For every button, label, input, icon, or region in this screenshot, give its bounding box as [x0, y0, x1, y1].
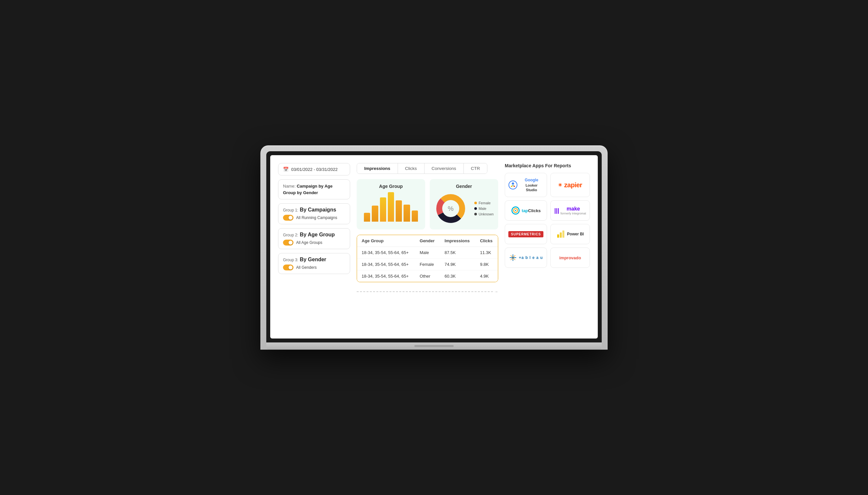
svg-rect-13: [563, 231, 564, 238]
group2-toggle[interactable]: [283, 240, 294, 245]
legend-male-dot: [474, 207, 477, 210]
tab-clicks[interactable]: Clicks: [398, 164, 424, 173]
tableau-text: +a b l e a u: [519, 255, 543, 260]
legend-unknown-dot: [474, 213, 477, 216]
group3-header: Group 3: By Gender: [283, 257, 345, 262]
improvado-logo: improvado: [559, 255, 581, 260]
group3-value: By Gender: [300, 257, 326, 262]
group2-toggle-label: All Age Groups: [296, 240, 322, 245]
bar-4: [388, 192, 394, 222]
group2-toggle-row[interactable]: All Age Groups: [283, 240, 345, 245]
google-looker-icon: [508, 181, 518, 190]
name-box: Name: Campaign by Age Group by Gender: [278, 180, 350, 199]
donut-legend: Female Male Unknown: [474, 201, 494, 216]
app-make[interactable]: ||| make formerly Integromat: [550, 200, 590, 221]
svg-point-10: [515, 210, 516, 211]
tab-ctr[interactable]: CTR: [464, 164, 487, 173]
cell-gender: Female: [415, 259, 440, 270]
donut-wrapper: %: [434, 192, 467, 225]
dashed-line: [357, 291, 493, 292]
svg-rect-11: [557, 234, 559, 238]
right-panel: Marketplace Apps For Reports: [505, 163, 590, 331]
legend-unknown-label: Unknown: [479, 212, 494, 216]
trackpad-notch: [414, 345, 454, 347]
cell-clicks: 11.3K: [475, 247, 498, 259]
powerbi-logo: Power BI: [556, 230, 584, 238]
sidebar: 📅 03/01/2022 - 03/31/2022 Name: Campaign…: [278, 163, 350, 331]
group1-section: Group 1: By Campaigns All Running Campai…: [278, 203, 350, 224]
tab-conversions[interactable]: Conversions: [424, 164, 464, 173]
zapier-text: zapier: [564, 181, 582, 189]
screen: 📅 03/01/2022 - 03/31/2022 Name: Campaign…: [270, 155, 598, 339]
group3-label: Group 3:: [283, 258, 298, 262]
tapclicks-icon: [511, 206, 520, 215]
bar-5: [396, 200, 402, 222]
col-clicks: Clicks: [475, 235, 498, 247]
app-zapier[interactable]: ✳ zapier: [550, 173, 590, 197]
app-improvado[interactable]: improvado: [550, 248, 590, 268]
group1-header: Group 1: By Campaigns: [283, 207, 345, 213]
age-group-title: Age Group: [361, 184, 421, 189]
group1-toggle-label: All Running Campaigns: [296, 216, 337, 220]
zapier-logo: ✳ zapier: [558, 181, 582, 189]
calendar-icon: 📅: [283, 167, 288, 172]
date-range-box[interactable]: 📅 03/01/2022 - 03/31/2022: [278, 163, 350, 175]
group3-toggle-row[interactable]: All Genders: [283, 264, 345, 270]
data-table-container: Age Group Gender Impressions Clicks 18-3…: [357, 235, 498, 282]
tab-impressions[interactable]: Impressions: [357, 164, 398, 173]
legend-female-dot: [474, 202, 477, 204]
tableau-icon: [509, 254, 517, 261]
make-logo: ||| make formerly Integromat: [554, 206, 586, 215]
svg-point-7: [514, 186, 515, 187]
gender-chart: Gender: [430, 179, 498, 229]
table-row: 18-34, 35-54, 55-64, 65+ Other 60.3K 4.9…: [357, 270, 498, 282]
group1-value: By Campaigns: [300, 207, 336, 212]
bar-1: [364, 213, 370, 222]
svg-point-6: [511, 186, 512, 187]
cell-gender: Male: [415, 247, 440, 259]
app-tableau[interactable]: +a b l e a u: [505, 248, 547, 268]
bar-7: [412, 210, 418, 222]
group3-toggle-label: All Genders: [296, 265, 317, 270]
group1-toggle[interactable]: [283, 215, 294, 221]
cell-clicks: 9.8K: [475, 259, 498, 270]
app-powerbi[interactable]: Power BI: [550, 224, 590, 244]
table-row: 18-34, 35-54, 55-64, 65+ Male 87.5K 11.3…: [357, 247, 498, 259]
legend-female: Female: [474, 201, 494, 205]
col-gender: Gender: [415, 235, 440, 247]
svg-point-5: [512, 182, 514, 185]
arrow-row: →: [357, 287, 498, 296]
donut-container: % Female Male: [434, 192, 494, 225]
cell-impressions: 60.3K: [440, 270, 475, 282]
bar-2: [372, 206, 378, 222]
legend-unknown: Unknown: [474, 212, 494, 216]
col-impressions: Impressions: [440, 235, 475, 247]
app-supermetrics[interactable]: SUPERMETRICS: [505, 224, 547, 244]
tapclicks-text: tapClicks: [522, 208, 541, 213]
screen-bezel: 📅 03/01/2022 - 03/31/2022 Name: Campaign…: [266, 151, 602, 342]
group2-value: By Age Group: [300, 232, 335, 237]
bar-3: [380, 198, 386, 222]
svg-point-4: [509, 181, 517, 189]
age-group-chart: Age Group: [357, 179, 425, 229]
date-range-text: 03/01/2022 - 03/31/2022: [291, 167, 338, 172]
arrow-icon: →: [494, 289, 498, 294]
apps-grid: Google Looker Studio ✳ zapier: [505, 173, 590, 268]
table-row: 18-34, 35-54, 55-64, 65+ Female 74.9K 9.…: [357, 259, 498, 270]
group2-section: Group 2: By Age Group All Age Groups: [278, 228, 350, 249]
col-age-group: Age Group: [357, 235, 415, 247]
app-google-looker[interactable]: Google Looker Studio: [505, 173, 547, 197]
cell-age-group: 18-34, 35-54, 55-64, 65+: [357, 247, 415, 259]
make-text: make: [561, 206, 586, 212]
gender-title: Gender: [434, 184, 494, 189]
group2-header: Group 2: By Age Group: [283, 232, 345, 238]
charts-row: Age Group Gender: [357, 179, 498, 229]
group3-toggle[interactable]: [283, 264, 294, 270]
bar-chart: [361, 192, 421, 222]
app-tapclicks[interactable]: tapClicks: [505, 200, 547, 221]
group3-section: Group 3: By Gender All Genders: [278, 253, 350, 274]
marketplace-title: Marketplace Apps For Reports: [505, 163, 590, 168]
group1-toggle-row[interactable]: All Running Campaigns: [283, 215, 345, 221]
cell-clicks: 4.9K: [475, 270, 498, 282]
bar-6: [403, 205, 410, 222]
